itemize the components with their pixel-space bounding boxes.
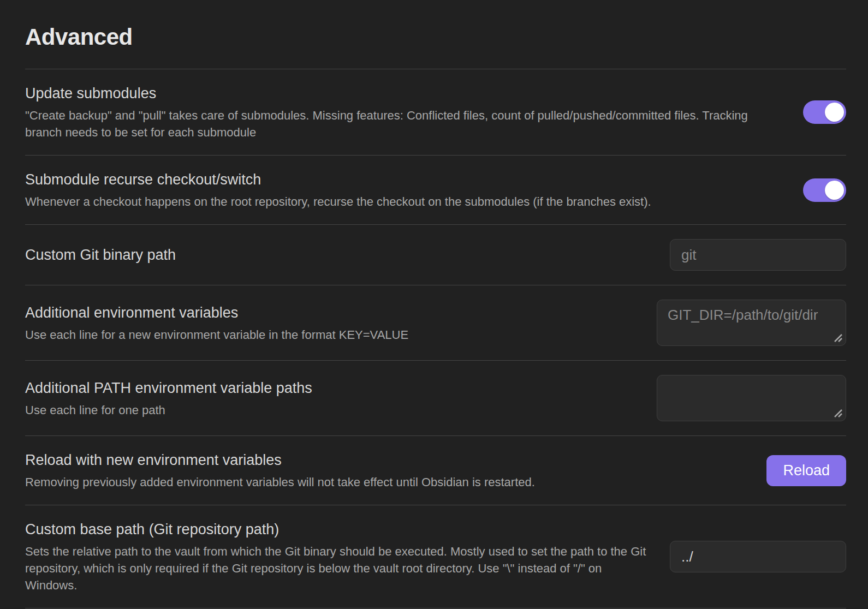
setting-item-path-env-vars: Additional PATH environment variable pat…	[25, 360, 846, 435]
submodule-recurse-toggle[interactable]	[803, 178, 846, 202]
setting-item-custom-base-path: Custom base path (Git repository path) S…	[25, 505, 846, 608]
setting-description: "Create backup" and "pull" takes care of…	[25, 107, 787, 141]
update-submodules-toggle[interactable]	[803, 100, 846, 124]
setting-info: Additional PATH environment variable pat…	[25, 378, 657, 419]
git-binary-path-input[interactable]	[670, 239, 846, 271]
setting-item-submodule-recurse: Submodule recurse checkout/switch Whenev…	[25, 155, 846, 224]
setting-info: Submodule recurse checkout/switch Whenev…	[25, 170, 803, 210]
path-env-vars-textarea[interactable]	[657, 375, 846, 421]
setting-item-git-binary-path: Custom Git binary path	[25, 224, 846, 285]
setting-info: Reload with new environment variables Re…	[25, 450, 766, 491]
setting-description: Sets the relative path to the vault from…	[25, 543, 653, 594]
setting-control	[670, 541, 846, 572]
setting-control	[803, 100, 846, 124]
toggle-knob	[825, 181, 844, 200]
setting-name: Additional environment variables	[25, 303, 640, 323]
setting-control	[657, 300, 846, 346]
setting-description: Whenever a checkout happens on the root …	[25, 193, 787, 210]
setting-name: Custom base path (Git repository path)	[25, 520, 653, 539]
setting-name: Additional PATH environment variable pat…	[25, 378, 640, 398]
setting-info: Additional environment variables Use eac…	[25, 303, 657, 343]
toggle-knob	[825, 103, 844, 122]
reload-button[interactable]: Reload	[766, 455, 846, 486]
resize-handle-icon[interactable]	[831, 407, 842, 417]
setting-description: Use each line for one path	[25, 402, 640, 419]
setting-control: Reload	[766, 455, 846, 486]
setting-name: Reload with new environment variables	[25, 450, 750, 470]
setting-name: Custom Git binary path	[25, 245, 653, 265]
setting-info: Custom Git binary path	[25, 245, 670, 265]
textarea-wrap	[657, 300, 846, 346]
resize-handle-icon[interactable]	[831, 331, 842, 342]
setting-name: Submodule recurse checkout/switch	[25, 170, 787, 189]
setting-info: Update submodules "Create backup" and "p…	[25, 83, 803, 141]
setting-control	[670, 239, 846, 271]
page-title: Advanced	[25, 24, 846, 50]
setting-description: Use each line for a new environment vari…	[25, 326, 640, 343]
setting-control	[657, 375, 846, 421]
setting-description: Removing previously added environment va…	[25, 474, 750, 491]
setting-item-env-vars: Additional environment variables Use eac…	[25, 285, 846, 360]
settings-advanced-page: Advanced Update submodules "Create backu…	[0, 0, 868, 609]
env-vars-textarea[interactable]	[657, 300, 846, 346]
setting-item-update-submodules: Update submodules "Create backup" and "p…	[25, 69, 846, 155]
setting-name: Update submodules	[25, 83, 787, 103]
setting-info: Custom base path (Git repository path) S…	[25, 520, 670, 594]
setting-control	[803, 178, 846, 202]
base-path-input[interactable]	[670, 541, 846, 572]
setting-item-reload-env: Reload with new environment variables Re…	[25, 435, 846, 505]
textarea-wrap	[657, 375, 846, 421]
